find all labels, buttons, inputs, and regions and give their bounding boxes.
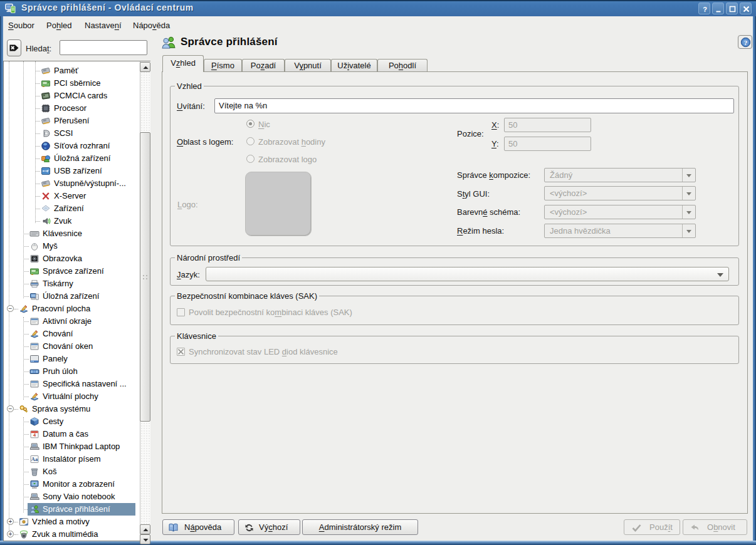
svg-text:?: ? bbox=[743, 39, 747, 46]
svg-text:Aa: Aa bbox=[31, 456, 38, 462]
svg-text:?: ? bbox=[703, 5, 707, 13]
